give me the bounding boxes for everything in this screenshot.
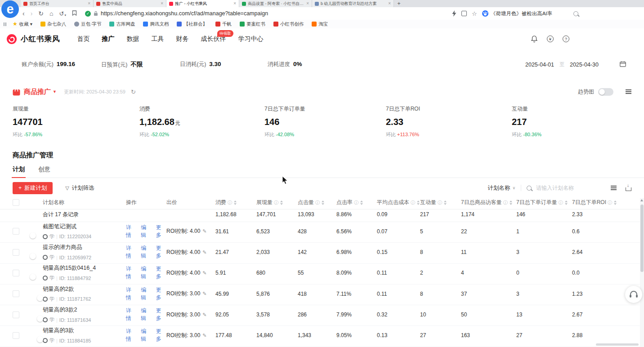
action-编辑[interactable]: 编辑 <box>141 224 151 239</box>
url-text[interactable]: https://chengfeng.xiaohongshu.com/cf/ad/… <box>101 10 268 17</box>
refresh-icon[interactable]: ↻ <box>38 10 44 17</box>
date-start[interactable]: 2025-04-01 <box>525 62 554 68</box>
plan-name[interactable]: 截图笔记测试 <box>43 223 126 231</box>
sort-icon[interactable] <box>417 200 420 205</box>
plan-name[interactable]: 提示的潜力商品 <box>43 244 126 251</box>
back-icon[interactable]: ‹ <box>22 10 25 17</box>
action-详情[interactable]: 详情 <box>126 286 136 302</box>
refresh-data-icon[interactable]: ↻ <box>131 89 136 95</box>
metric-settings-icon[interactable] <box>626 89 631 90</box>
select-all-checkbox[interactable] <box>13 199 19 206</box>
column-settings-icon[interactable] <box>611 186 617 187</box>
browser-tab[interactable]: b 幼儿园劳动教育计划总结方案× <box>312 0 394 7</box>
plan-name[interactable]: 销量高的3款 <box>43 327 126 334</box>
sidebar-toggle-icon[interactable] <box>4 22 6 26</box>
chevron-down-icon[interactable]: ∨ <box>512 186 515 190</box>
action-编辑[interactable]: 编辑 <box>141 328 151 343</box>
sort-icon[interactable] <box>565 200 568 205</box>
action-编辑[interactable]: 编辑 <box>141 245 151 260</box>
tab-close-icon[interactable]: × <box>388 1 391 6</box>
nav-item-数据[interactable]: 数据 <box>127 35 139 43</box>
finance-icon[interactable]: ¥ <box>547 36 554 42</box>
bookmark-item[interactable]: 要案红书 <box>240 21 265 27</box>
column-header[interactable]: 7日总下单订单量ⓘ <box>516 199 572 206</box>
chevron-down-icon[interactable]: ▼ <box>53 89 57 94</box>
column-header[interactable]: 消费ⓘ <box>215 199 256 206</box>
row-checkbox[interactable] <box>13 311 19 318</box>
browser-logo[interactable]: e <box>1 0 19 18</box>
browser-tab[interactable]: 首页工作台× <box>21 0 94 7</box>
tab-close-icon[interactable]: × <box>233 1 236 6</box>
action-详情[interactable]: 详情 <box>126 307 136 322</box>
nav-item-成长伙伴[interactable]: 成长伙伴待领取 <box>201 35 226 43</box>
action-更多[interactable]: 更多 <box>156 265 166 280</box>
search-icon[interactable] <box>573 11 578 16</box>
bookmark-item[interactable]: 千帆 <box>215 21 232 27</box>
browser-tab[interactable]: 推广 - 小红书乘风× <box>166 0 239 7</box>
search-category-select[interactable]: 计划名称 <box>487 184 510 192</box>
screenshot-icon[interactable] <box>461 11 467 16</box>
plan-filter-button[interactable]: ▽ 计划筛选 <box>65 184 94 192</box>
bookmark-item[interactable]: 【社群会】 <box>177 21 207 27</box>
bookmark-item[interactable]: 豆包·字节 <box>74 21 102 27</box>
column-header[interactable]: 7日总下单ROIⓘ <box>572 199 644 206</box>
bookmark-item[interactable]: 古厍网盘 <box>109 21 135 27</box>
column-header[interactable]: 点击量ⓘ <box>298 199 336 206</box>
action-更多[interactable]: 更多 <box>156 245 166 260</box>
edit-bid-icon[interactable]: ✎ <box>202 270 206 276</box>
row-checkbox[interactable] <box>13 290 19 297</box>
browser-tab[interactable]: 商品设置 - 阿奇索 · 小红书自动…× <box>239 0 312 7</box>
address-bar[interactable]: ✓ https://chengfeng.xiaohongshu.com/cf/a… <box>85 10 268 17</box>
download-icon[interactable] <box>626 187 631 191</box>
action-编辑[interactable]: 编辑 <box>141 265 151 280</box>
calendar-icon[interactable] <box>620 61 626 69</box>
tab-计划[interactable]: 计划 <box>13 165 25 178</box>
browser-tab[interactable]: 售卖中商品× <box>94 0 166 7</box>
nav-item-学习中心[interactable]: 学习中心 <box>238 35 264 43</box>
new-plan-button[interactable]: + 新建计划 <box>13 182 53 194</box>
action-详情[interactable]: 详情 <box>126 265 136 280</box>
sort-icon[interactable] <box>322 200 324 205</box>
bookmark-item[interactable]: 淘宝 <box>312 21 328 27</box>
date-range-picker[interactable]: 2025-04-01 至 2025-04-30 <box>525 61 599 68</box>
horizontal-scrollbar[interactable] <box>596 343 639 346</box>
sort-icon[interactable] <box>360 200 363 205</box>
plan-name[interactable]: 销量高的3款2 <box>43 306 126 314</box>
column-header[interactable]: 计划名称 <box>43 199 126 206</box>
row-checkbox[interactable] <box>13 228 19 235</box>
plan-name[interactable]: 销量高的15款0416_4 <box>43 264 126 272</box>
plan-search-input[interactable] <box>535 184 600 191</box>
customer-service-button[interactable] <box>625 286 642 303</box>
bookmark-item[interactable]: 杂七杂八 <box>40 21 66 27</box>
edit-bid-icon[interactable]: ✎ <box>202 333 206 338</box>
home-icon[interactable]: ⌂ <box>49 10 53 17</box>
sort-icon[interactable] <box>444 200 447 205</box>
action-更多[interactable]: 更多 <box>156 286 166 302</box>
bookmark-item[interactable]: 腾讯文档 <box>143 21 169 27</box>
sort-icon[interactable] <box>614 200 617 205</box>
bookmark-item[interactable]: ★收藏 ▾ <box>13 21 32 27</box>
promo-type-selector[interactable]: 商品推广 <box>24 88 51 96</box>
action-编辑[interactable]: 编辑 <box>141 307 151 322</box>
tab-close-icon[interactable]: × <box>306 1 309 6</box>
sort-icon[interactable] <box>510 200 512 205</box>
column-header[interactable]: 展现量ⓘ <box>256 199 298 206</box>
column-header[interactable]: 7日总商品访客量ⓘ <box>461 199 516 206</box>
new-tab-button[interactable]: + <box>394 0 404 7</box>
vertical-scrollbar[interactable] <box>640 198 644 347</box>
edit-bid-icon[interactable]: ✎ <box>202 312 206 318</box>
tab-创意[interactable]: 创意 <box>38 165 50 178</box>
plan-name[interactable]: 销量高的2款 <box>43 285 126 293</box>
action-更多[interactable]: 更多 <box>156 224 166 239</box>
help-icon[interactable]: ? <box>563 36 569 42</box>
nav-item-首页[interactable]: 首页 <box>77 35 90 43</box>
edit-bid-icon[interactable]: ✎ <box>202 228 206 234</box>
action-更多[interactable]: 更多 <box>156 307 166 322</box>
column-header[interactable]: 点击率ⓘ <box>336 199 377 206</box>
action-详情[interactable]: 详情 <box>126 224 136 239</box>
collect-page-icon[interactable] <box>72 9 77 18</box>
row-checkbox[interactable] <box>13 249 19 256</box>
bookmark-star-icon[interactable]: ☆ <box>472 10 477 17</box>
action-更多[interactable]: 更多 <box>156 328 166 343</box>
recently-closed-icon[interactable]: ↺▾ <box>59 10 66 17</box>
